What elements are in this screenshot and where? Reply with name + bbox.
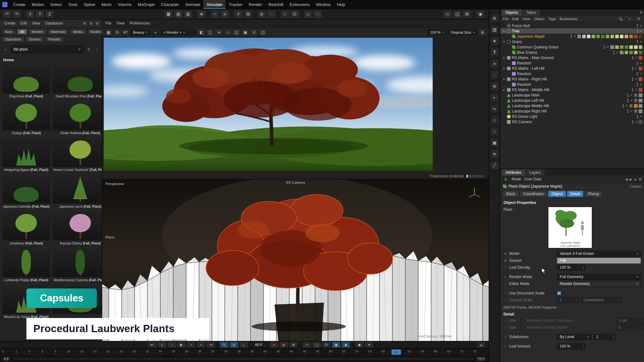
visibility-dots[interactable] [637,24,638,27]
visibility-dots[interactable] [632,67,633,70]
timeline-tick[interactable]: 36 [237,349,241,355]
expand-icon[interactable]: ▴ [477,342,486,348]
attr-tab-attributes[interactable]: Attributes [502,169,525,176]
layout-split-icon[interactable]: ◫ [453,10,462,18]
menu-render[interactable]: Render [246,0,265,9]
y-axis-lock[interactable]: Y [36,10,44,18]
min-branch-field[interactable]: 1 cm [616,318,644,324]
om-tab-objects[interactable]: Objects [502,9,522,16]
leaf-density-field[interactable]: 100 % [557,265,585,271]
plant-item-globe-robinia[interactable]: Globe Robinia (Fall, Plant) [52,101,102,136]
menu-extensions[interactable]: Extensions [286,0,313,9]
timeline-tick[interactable]: 48 [316,349,319,355]
simulate-play-icon[interactable]: ≈ [211,10,219,18]
object-row-random[interactable]: Random✓ [500,82,644,87]
menu-spline[interactable]: Spline [81,0,98,9]
cluster-tool-icon[interactable]: ∴ [490,70,499,79]
plant-item-ginkgo[interactable]: Ginkgo (Fall, Plant) [2,101,51,136]
pass-dropdown[interactable]: Beauty▾ [130,29,150,36]
expander-icon[interactable]: ▾ [502,67,506,70]
pip-icon[interactable]: ◫ [259,29,267,36]
loop-icon[interactable]: ↻ [220,342,229,348]
timeline-tick[interactable]: 10 [67,349,70,355]
goto-end-icon[interactable]: ⇥ [206,342,215,348]
goto-start-icon[interactable]: ⇤ [148,342,157,348]
menu-window[interactable]: Window [313,0,334,9]
material-swatch[interactable] [629,51,633,54]
material-swatch[interactable] [629,35,633,38]
custom-scale-field[interactable]: 1 [557,297,579,303]
key-icon[interactable]: ○ [503,266,507,269]
crop-icon[interactable]: ◱ [233,29,240,36]
browser-menu-create[interactable]: Create [2,20,18,26]
object-row-rs-matrix-right-hill[interactable]: ▾RS Matrix - Right Hill✓ [500,76,644,82]
render-all-icon[interactable]: ▤ [174,10,183,18]
sphere-tool-icon[interactable]: ● [490,59,499,68]
scale-key-icon[interactable]: ▢ [312,342,321,348]
expander-icon[interactable]: ▸ [502,88,506,91]
render-view-icon[interactable]: ▦ [164,10,173,18]
timeline-tick[interactable]: 38 [250,349,254,355]
material-swatch[interactable] [620,35,624,38]
timeline-tick[interactable]: 72 [473,349,477,355]
timeline-tick[interactable]: 30 [198,349,202,355]
plant-item-dwarf-mountain-pine[interactable]: Dwarf Mountain Pine (Fall, Plant) [52,64,102,99]
redo-icon[interactable]: ↷ [12,10,21,18]
object-row-landscape-middle-hill[interactable]: Landscape Middle Hill✓F [500,103,644,108]
circle-tool-icon[interactable]: ○ [490,127,499,136]
material-swatch[interactable] [629,45,633,49]
magnet-icon[interactable]: ∩ [490,116,499,124]
timeline-tick[interactable]: 64 [421,349,424,355]
next-frame-icon[interactable]: › [187,342,196,348]
object-row-rs-matrix-main-ground[interactable]: ▾RS Matrix - Main Ground✓ [500,55,644,60]
material-swatch[interactable] [639,35,642,38]
expander-icon[interactable]: ▾ [502,78,506,81]
material-swatch[interactable] [596,35,600,38]
section-tab-object[interactable]: Object [548,191,566,197]
tex-tag-icon[interactable] [610,45,614,49]
object-row-common-quaking-grass[interactable]: Common Quaking Grass✓ [500,44,644,50]
clear-search-icon[interactable]: ✕ [78,47,81,52]
falloff-icon[interactable]: ◐ [490,93,499,102]
plant-item-juneberry[interactable]: Juneberry (Fall, Plant) [2,211,51,246]
object-row-tree[interactable]: ▾Tree✓ [500,28,644,34]
visibility-dots[interactable] [637,40,638,43]
pla-key-icon[interactable]: ◆ [341,342,350,348]
timeline-tick[interactable]: 70 [460,349,464,355]
material-swatch[interactable] [587,35,591,38]
content-icon[interactable]: ◉ [476,10,485,18]
menu-modes[interactable]: Modes [29,0,47,9]
range-track[interactable] [13,357,474,361]
timeline-tick[interactable]: 2 [15,349,17,355]
object-row-landscape-left-hill[interactable]: Landscape Left Hill✓F [500,98,644,103]
expander-icon[interactable]: ▾ [502,40,506,43]
circle-tool-icon[interactable]: ○ [224,29,231,36]
material-swatch[interactable] [634,35,638,38]
material-swatch[interactable] [591,35,595,38]
key-icon[interactable]: ○ [503,345,507,348]
tex-tag-icon[interactable] [639,99,642,102]
filter-tool-icon[interactable]: ≋ [490,150,499,158]
enabled-check-icon[interactable]: ✓ [640,40,642,44]
timeline-tick[interactable]: 14 [93,349,97,355]
material-swatch[interactable] [625,45,628,49]
timeline-tick[interactable]: 56 [368,349,372,355]
gear-icon[interactable]: ⊛ [490,82,499,90]
plant-item-dog-rose[interactable]: Dog-Rose (Fall, Plant) [2,64,51,99]
material-swatch[interactable] [615,35,619,38]
panel-menu-icon[interactable]: ≣ [638,10,644,15]
section-tab-basic[interactable]: Basic [503,191,519,197]
enabled-check-icon[interactable]: ✓ [574,34,576,38]
simulate-settings-icon[interactable]: ⊚ [220,10,229,18]
autokey-icon[interactable]: ◉ [279,342,288,348]
timeline-tick[interactable]: 4 [29,349,30,355]
material-swatch[interactable] [634,45,638,49]
visibility-dots[interactable] [637,62,638,65]
key-icon[interactable]: ◆ [355,342,364,348]
timeline-tick[interactable]: 32 [211,349,214,355]
visibility-dots[interactable] [632,78,633,81]
menu-tools[interactable]: Tools [65,0,80,9]
gear-icon[interactable]: ⊛ [479,29,486,36]
browser-menu-databases[interactable]: Databases [43,20,65,26]
snap-settings-icon[interactable]: ⊡ [290,10,299,18]
